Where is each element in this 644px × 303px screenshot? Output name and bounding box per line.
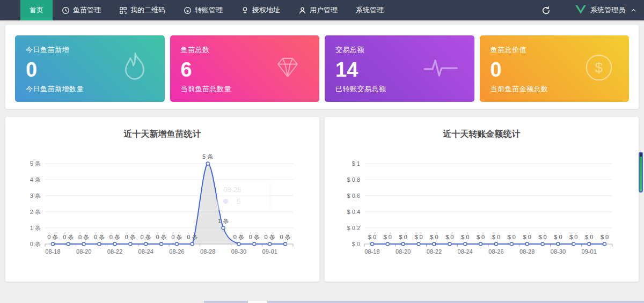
svg-text:0 条: 0 条: [109, 234, 120, 240]
svg-text:$ 0: $ 0: [368, 234, 376, 240]
chart-panel-transfer-amount: 近十天转账金额统计 $ 0$ 0.2$ 0.4$ 0.6$ 0.8$ 108-1…: [325, 117, 639, 282]
stat-card-total-fry-value: 鱼苗总价值0当前鱼苗金额总数$: [480, 35, 630, 102]
svg-text:08-30: 08-30: [231, 248, 246, 255]
svg-text:0 条: 0 条: [280, 234, 290, 240]
diamond-icon: [272, 55, 303, 83]
svg-text:0 条: 0 条: [156, 234, 166, 240]
user-name: 系统管理员: [590, 5, 625, 15]
svg-text:0 条: 0 条: [187, 234, 197, 240]
chart-title: 近十天转账金额统计: [325, 129, 639, 140]
svg-text:0 条: 0 条: [47, 234, 58, 240]
svg-text:$ 0: $ 0: [492, 234, 500, 240]
svg-text:$ 0.2: $ 0.2: [347, 225, 360, 231]
nav-item-user-management[interactable]: 用户管理: [289, 0, 347, 20]
svg-text:0 条: 0 条: [93, 234, 104, 240]
svg-text:$ 0: $ 0: [569, 234, 577, 240]
top-navbar: 首页鱼苗管理我的二维码¥转账管理授权地址用户管理系统管理 系统管理员: [0, 0, 644, 20]
time-icon: [62, 6, 70, 14]
svg-text:1 条: 1 条: [30, 225, 40, 231]
nav-item-label: 系统管理: [356, 5, 384, 15]
vertical-scrollbar-thumb[interactable]: [639, 152, 643, 193]
svg-text:08-20: 08-20: [76, 248, 91, 255]
user-dropdown[interactable]: 系统管理员: [575, 5, 636, 16]
nav-item-label: 转账管理: [195, 5, 223, 15]
svg-text:0 条: 0 条: [78, 234, 89, 240]
dollar-circle-icon: $: [585, 54, 613, 84]
stat-card-title: 交易总额: [335, 45, 464, 55]
chart-title: 近十天新增鱼苗统计: [5, 129, 319, 140]
svg-text:08-28: 08-28: [200, 248, 215, 255]
chevron-up-icon: [631, 8, 636, 13]
svg-text:$ 0.4: $ 0.4: [347, 209, 360, 215]
vue-logo: [575, 5, 586, 16]
svg-text:$ 0: $ 0: [352, 241, 360, 247]
nav-item-home[interactable]: 首页: [20, 0, 53, 20]
nav-item-system-management[interactable]: 系统管理: [347, 0, 393, 20]
transfer-amount-line-chart: $ 0$ 0.2$ 0.4$ 0.6$ 0.8$ 108-1808-2008-2…: [330, 152, 634, 270]
svg-text:0 条: 0 条: [125, 234, 135, 240]
yen-circle-icon: ¥: [184, 6, 192, 14]
new-fry-line-chart: 0 条1 条2 条3 条4 条5 条08-1808-2008-2208-2408…: [11, 152, 314, 270]
svg-text:08-30: 08-30: [550, 248, 565, 255]
svg-text:$ 0: $ 0: [585, 234, 593, 240]
svg-text:0 条: 0 条: [30, 241, 40, 247]
svg-text:¥: ¥: [186, 8, 189, 13]
svg-text:$ 0: $ 0: [538, 234, 546, 240]
svg-text:0 条: 0 条: [171, 234, 182, 240]
nav-item-fry-management[interactable]: 鱼苗管理: [53, 0, 110, 20]
svg-text:$ 0.6: $ 0.6: [347, 193, 360, 199]
nav-item-label: 授权地址: [252, 5, 280, 15]
svg-text:08-24: 08-24: [138, 248, 153, 255]
nav-item-label: 用户管理: [310, 5, 338, 15]
svg-text:$: $: [595, 60, 603, 76]
svg-text:$ 0: $ 0: [445, 234, 453, 240]
stat-card-subtitle: 当前鱼苗金额总数: [491, 84, 619, 94]
svg-text:09-01: 09-01: [581, 248, 596, 255]
svg-text:09-01: 09-01: [262, 248, 277, 255]
svg-text:5 条: 5 条: [202, 153, 213, 160]
svg-text:$ 0: $ 0: [399, 234, 407, 240]
svg-text:0 条: 0 条: [264, 234, 275, 240]
navbar-right: 系统管理员: [541, 0, 644, 20]
stat-card-total-fry: 鱼苗总数6当前鱼苗总数量: [170, 35, 320, 102]
chart-panel-new-fry: 近十天新增鱼苗统计 0 条1 条2 条3 条4 条5 条08-1808-2008…: [5, 117, 319, 282]
svg-text:0 条: 0 条: [140, 234, 151, 240]
user-icon: [298, 6, 306, 14]
svg-text:$ 0: $ 0: [600, 234, 608, 240]
nav-item-label: 我的二维码: [130, 5, 165, 15]
flame-icon: [121, 51, 149, 86]
svg-text:$ 0.8: $ 0.8: [347, 176, 360, 183]
svg-text:1 条: 1 条: [217, 218, 228, 224]
svg-text:3 条: 3 条: [30, 193, 40, 199]
horizontal-scrollbar-track[interactable]: [204, 301, 644, 303]
svg-text:08-26: 08-26: [169, 248, 184, 255]
svg-text:4 条: 4 条: [30, 176, 40, 183]
svg-text:0 条: 0 条: [233, 234, 244, 240]
svg-text:$ 0: $ 0: [414, 234, 422, 240]
svg-text:$ 0: $ 0: [461, 234, 469, 240]
svg-text:2 条: 2 条: [30, 209, 40, 215]
svg-text:$ 0: $ 0: [476, 234, 484, 240]
svg-text:08-26: 08-26: [488, 248, 503, 255]
refresh-icon[interactable]: [541, 6, 551, 15]
svg-text:$ 0: $ 0: [383, 234, 391, 240]
svg-text:0 条: 0 条: [63, 234, 74, 240]
svg-text:08-28: 08-28: [519, 248, 535, 255]
stat-card-total-transactions: 交易总额14已转账交易总额: [325, 35, 474, 102]
svg-text:0 条: 0 条: [248, 234, 259, 240]
nav-item-my-qrcode[interactable]: 我的二维码: [110, 0, 174, 20]
qrcode-icon: [119, 6, 127, 14]
stat-card-today-new-fry: 今日鱼苗新增0今日鱼苗新增数量: [15, 35, 165, 102]
nav-item-transfer-management[interactable]: ¥转账管理: [174, 0, 232, 20]
svg-text:08-22: 08-22: [426, 248, 441, 255]
stat-card-subtitle: 当前鱼苗总数量: [181, 84, 309, 94]
stat-cards-panel: 今日鱼苗新增0今日鱼苗新增数量鱼苗总数6当前鱼苗总数量交易总额14已转账交易总额…: [5, 25, 639, 109]
charts-row: 近十天新增鱼苗统计 0 条1 条2 条3 条4 条5 条08-1808-2008…: [5, 117, 639, 282]
horizontal-scrollbar-thumb[interactable]: [248, 301, 267, 303]
svg-text:08-18: 08-18: [45, 248, 60, 255]
nav-item-authorized-address[interactable]: 授权地址: [232, 0, 289, 20]
svg-text:$ 0: $ 0: [507, 234, 515, 240]
svg-text:08-18: 08-18: [364, 248, 379, 255]
nav-item-label: 鱼苗管理: [73, 5, 101, 15]
svg-text:$ 0: $ 0: [554, 234, 562, 240]
